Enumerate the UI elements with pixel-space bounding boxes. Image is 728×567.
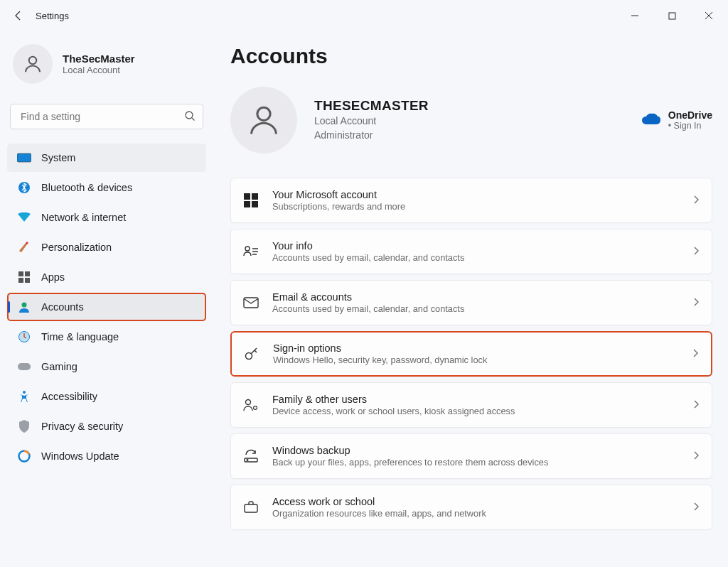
svg-rect-19 <box>252 201 258 207</box>
chevron-right-icon <box>693 399 699 411</box>
svg-rect-3 <box>17 153 31 162</box>
sidebar-item-label: Bluetooth & devices <box>41 182 132 193</box>
maximize-button[interactable] <box>655 4 688 27</box>
card-work-school[interactable]: Access work or school Organization resou… <box>230 485 712 530</box>
chevron-right-icon <box>693 195 699 206</box>
sidebar-item-time-language[interactable]: Time & language <box>7 323 206 351</box>
wifi-icon <box>17 210 31 225</box>
maximize-icon <box>668 12 676 20</box>
close-icon <box>705 11 713 20</box>
account-header: THESECMASTER Local Account Administrator… <box>230 87 712 153</box>
back-button[interactable] <box>6 3 31 28</box>
accessibility-icon <box>17 389 31 404</box>
sidebar-item-label: Accessibility <box>41 391 97 402</box>
card-subtitle: Accounts used by email, calendar, and co… <box>272 303 680 314</box>
minimize-button[interactable] <box>619 4 651 27</box>
account-role: Administrator <box>314 128 429 142</box>
chevron-right-icon <box>692 348 698 360</box>
card-subtitle: Organization resources like email, apps,… <box>272 508 680 519</box>
profile-name: TheSecMaster <box>63 53 135 65</box>
clock-globe-icon <box>17 330 31 344</box>
accounts-icon <box>17 300 31 314</box>
sidebar-item-label: Time & language <box>41 331 119 342</box>
person-icon <box>245 102 282 139</box>
card-subtitle: Accounts used by email, calendar, and co… <box>272 252 680 263</box>
svg-point-23 <box>246 400 251 405</box>
minimize-icon <box>631 11 639 20</box>
card-email-accounts[interactable]: Email & accounts Accounts used by email,… <box>230 280 712 325</box>
card-subtitle: Subscriptions, rewards and more <box>272 201 680 212</box>
sidebar-item-label: Privacy & security <box>41 421 123 432</box>
onedrive-tile[interactable]: OneDrive Sign In <box>641 109 712 131</box>
sidebar-item-apps[interactable]: Apps <box>7 263 206 291</box>
sidebar-item-label: Apps <box>41 271 65 283</box>
chevron-right-icon <box>693 450 699 462</box>
card-title: Email & accounts <box>272 291 680 303</box>
chevron-right-icon <box>693 502 699 513</box>
avatar <box>13 44 53 84</box>
sidebar-item-label: Windows Update <box>41 450 119 462</box>
search-icon <box>184 110 196 124</box>
svg-point-26 <box>247 460 248 461</box>
search-field[interactable] <box>19 110 177 123</box>
window-title: Settings <box>36 11 69 21</box>
card-title: Access work or school <box>272 496 680 507</box>
chevron-right-icon <box>693 246 699 257</box>
system-icon <box>17 151 31 165</box>
svg-rect-27 <box>245 504 257 512</box>
svg-rect-9 <box>25 278 30 283</box>
card-subtitle: Device access, work or school users, kio… <box>272 406 680 416</box>
backup-icon <box>242 448 259 465</box>
svg-rect-12 <box>18 363 31 370</box>
microsoft-icon <box>242 192 259 209</box>
card-title: Sign-in options <box>273 342 680 354</box>
sidebar-item-label: Accounts <box>41 301 84 313</box>
briefcase-icon <box>242 499 259 516</box>
card-your-info[interactable]: Your info Accounts used by email, calend… <box>230 229 712 274</box>
card-subtitle: Windows Hello, security key, password, d… <box>273 355 680 365</box>
apps-icon <box>17 270 31 284</box>
sidebar-item-personalization[interactable]: Personalization <box>7 233 206 261</box>
svg-point-15 <box>257 107 270 120</box>
your-info-icon <box>242 243 259 260</box>
sidebar-item-network[interactable]: Network & internet <box>7 203 206 232</box>
sidebar-item-accessibility[interactable]: Accessibility <box>7 382 206 411</box>
svg-rect-18 <box>244 201 250 207</box>
paintbrush-icon <box>17 240 31 254</box>
close-button[interactable] <box>692 4 725 27</box>
account-name: THESECMASTER <box>314 98 429 114</box>
sidebar-item-label: Personalization <box>41 242 112 253</box>
sidebar-item-windows-update[interactable]: Windows Update <box>7 442 206 470</box>
sidebar-item-system[interactable]: System <box>7 144 206 172</box>
search-input[interactable] <box>10 104 203 129</box>
profile-subtitle: Local Account <box>63 65 135 75</box>
onedrive-status: Sign In <box>668 121 712 131</box>
svg-point-1 <box>29 57 37 65</box>
svg-rect-17 <box>252 193 258 200</box>
svg-rect-21 <box>244 298 258 308</box>
card-family-users[interactable]: Family & other users Device access, work… <box>230 382 712 428</box>
card-sign-in-options[interactable]: Sign-in options Windows Hello, security … <box>230 331 712 377</box>
sidebar-item-gaming[interactable]: Gaming <box>7 352 206 381</box>
sidebar-item-accounts[interactable]: Accounts <box>7 293 206 321</box>
sidebar-item-bluetooth[interactable]: Bluetooth & devices <box>7 173 206 202</box>
sidebar-profile[interactable]: TheSecMaster Local Account <box>7 37 206 98</box>
arrow-left-icon <box>13 10 24 21</box>
card-microsoft-account[interactable]: Your Microsoft account Subscriptions, re… <box>230 178 712 223</box>
sidebar-item-label: Network & internet <box>41 212 126 223</box>
sidebar-item-privacy[interactable]: Privacy & security <box>7 412 206 441</box>
avatar <box>230 87 297 153</box>
svg-point-2 <box>186 112 193 119</box>
card-windows-backup[interactable]: Windows backup Back up your files, apps,… <box>230 433 712 479</box>
svg-rect-7 <box>25 271 30 276</box>
card-title: Family & other users <box>272 394 680 405</box>
person-icon <box>22 53 43 75</box>
update-icon <box>17 449 31 463</box>
main-panel: Accounts THESECMASTER Local Account Admi… <box>213 31 728 567</box>
card-subtitle: Back up your files, apps, preferences to… <box>272 457 680 468</box>
key-icon <box>243 345 260 362</box>
card-title: Your info <box>272 240 680 252</box>
card-title: Windows backup <box>272 445 680 456</box>
onedrive-icon <box>641 113 661 128</box>
svg-point-20 <box>245 247 250 251</box>
